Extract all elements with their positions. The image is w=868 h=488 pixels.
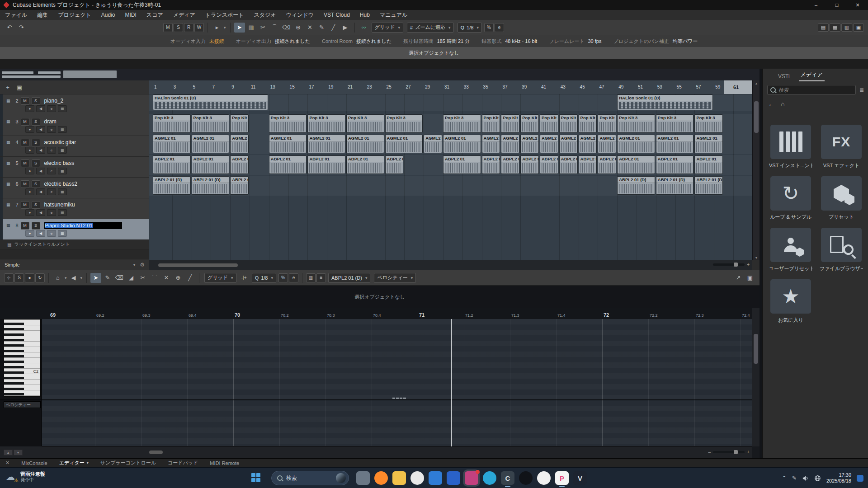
iterative-quantize-button[interactable]: % <box>484 23 494 32</box>
piano-keyboard[interactable]: C2 <box>4 319 41 397</box>
clip-dram[interactable]: Pop Kit 3 <box>501 114 519 133</box>
undo-button[interactable]: ↶ <box>4 23 15 33</box>
home-icon[interactable]: ⌂ <box>52 273 63 283</box>
clip-acoustic-gitar[interactable]: AGML2 01 <box>598 135 616 153</box>
clip-electric-bass[interactable]: ABPL2 01 <box>501 155 519 174</box>
trim-tool[interactable]: ◢ <box>126 273 137 283</box>
clip-electric-bass[interactable]: ABPL2 01 <box>385 155 404 174</box>
track-instrument-button[interactable]: ▦ <box>58 147 67 154</box>
clip-acoustic-gitar[interactable]: AGML2 01 <box>617 135 655 153</box>
track-list-empty-area[interactable] <box>0 249 149 259</box>
zoom-mode-dropdown[interactable]: #ズームに適応 <box>407 23 453 33</box>
mail-icon[interactable] <box>429 471 442 485</box>
clip-acoustic-gitar[interactable]: AGML2 01 <box>579 135 597 153</box>
open-in-window-icon[interactable]: ↗ <box>733 273 744 283</box>
track-edit-channel-button[interactable]: e <box>47 168 56 174</box>
independent-loop-button[interactable]: ↻ <box>35 273 45 282</box>
note-display[interactable]: C2 ベロシティー <box>0 319 752 446</box>
clip-acoustic-gitar[interactable]: AGML2 01 <box>192 135 230 153</box>
menu-item-midi[interactable]: MIDI <box>120 10 142 20</box>
clip-electric-bass[interactable]: ABPL2 01 <box>269 155 307 174</box>
quantize-dropdown[interactable]: Q1/8 <box>458 23 482 33</box>
feedback-caret-icon[interactable]: ▾ <box>80 276 83 280</box>
lane-piano-2[interactable]: HALion Sonic 01 (D)HALion Sonic 01 (D) <box>149 94 752 111</box>
menu-item-audio[interactable]: Audio <box>96 10 120 20</box>
track-instrument-button[interactable]: ▦ <box>58 188 67 195</box>
menu-item-file[interactable]: ファイル <box>0 10 32 20</box>
vertical-scrollbar[interactable]: ▲ ▼ <box>752 80 760 260</box>
clip-electric-bass[interactable]: ABPL2 01 <box>482 155 500 174</box>
track-name[interactable]: acoustic gitar <box>44 139 76 145</box>
clip-acoustic-gitar[interactable]: AGML2 01 <box>443 135 481 153</box>
clip-acoustic-gitar[interactable]: AGML2 01 <box>694 135 722 153</box>
autoscroll-button[interactable]: ▸ <box>212 23 222 33</box>
play-tool[interactable]: ▶ <box>340 23 351 33</box>
tab-vsti[interactable]: VSTi <box>776 72 792 81</box>
weather-widget[interactable]: ☁⚠ 雷雨注意報 発令中 <box>4 470 45 483</box>
clip-electric-bass[interactable]: ABPL2 01 <box>346 155 384 174</box>
track-name[interactable]: electric bass <box>44 160 75 166</box>
track-row-2[interactable]: ▦2MSpiano_2●◀e▦ <box>0 94 149 115</box>
project-cursor[interactable] <box>451 319 452 446</box>
clip-dram[interactable]: Pop Kit 3 <box>559 114 578 133</box>
scroll-right-icon[interactable]: ▼ <box>14 450 23 455</box>
clip-electric-bass[interactable]: ABPL2 01 <box>520 155 539 174</box>
track-mute-button[interactable]: M <box>21 180 29 188</box>
editor-grid-dropdown[interactable]: グリッド <box>204 273 236 283</box>
track-monitor-button[interactable]: ◀ <box>36 209 45 216</box>
track-solo-button[interactable]: S <box>32 97 40 105</box>
global-solo-button[interactable]: S <box>174 23 183 32</box>
track-name-edit-field[interactable]: Piapro Studio NT2 01 <box>44 222 122 229</box>
event-colors-button[interactable]: ▥ <box>306 273 316 282</box>
track-instrument-button[interactable]: ▦ <box>58 168 67 174</box>
tray-speaker-icon[interactable] <box>802 475 809 482</box>
media-tile-vst-instruments[interactable]: VST インスト...ント <box>769 125 812 169</box>
track-instrument-button[interactable]: ▦ <box>58 105 67 112</box>
tab-editor[interactable]: エディター <box>59 460 89 466</box>
lane-dram[interactable]: Pop Kit 3Pop Kit 3Pop Kit 3Pop Kit 3Pop … <box>149 114 752 134</box>
clip-electric-bass[interactable]: ABPL2 01 <box>656 155 694 174</box>
clip-electric-bass[interactable]: ABPL2 01 <box>153 155 191 174</box>
editor-hscroll-thumb[interactable] <box>149 450 163 454</box>
track-mute-button[interactable]: M <box>21 139 29 146</box>
track-record-arm-button[interactable]: ● <box>25 188 34 195</box>
track-monitor-button[interactable]: ◀ <box>36 105 45 112</box>
editor-vscroll-thumb[interactable] <box>754 334 758 364</box>
clip-dram[interactable]: Pop Kit 3 <box>694 114 722 133</box>
track-edit-channel-button[interactable]: e <box>47 126 56 133</box>
editor-horizontal-scrollbar[interactable]: ▲ ▼ – + <box>0 446 752 458</box>
redo-button[interactable]: ↷ <box>16 23 27 33</box>
preset-caret-icon[interactable]: ▾ <box>133 263 136 267</box>
editor-zoom-control[interactable]: – + <box>708 450 750 455</box>
tab-chord-pads[interactable]: コードパッド <box>168 460 198 466</box>
erase-tool[interactable]: ⌫ <box>281 23 292 33</box>
menu-item-score[interactable]: スコア <box>142 10 168 20</box>
track-mute-button[interactable]: M <box>21 201 29 209</box>
track-name[interactable]: piano_2 <box>44 98 64 104</box>
clip-electric-bass2[interactable]: ABPL2 01 (D) <box>153 176 191 195</box>
setup-icon[interactable]: ▣ <box>745 273 755 283</box>
tray-pen-icon[interactable]: ✎ <box>792 475 797 481</box>
draw-tool[interactable]: ✎ <box>102 273 113 283</box>
track-instrument-button[interactable]: ▦ <box>58 230 67 237</box>
snipping-icon[interactable] <box>465 471 478 485</box>
menu-item-media[interactable]: メディア <box>168 10 200 20</box>
home-caret-icon[interactable]: ▾ <box>65 276 67 280</box>
track-lanes[interactable]: HALion Sonic 01 (D)HALion Sonic 01 (D)Po… <box>149 94 752 260</box>
clip-electric-bass[interactable]: ABPL2 01 <box>230 155 249 174</box>
clip-electric-bass[interactable]: ABPL2 01 <box>540 155 558 174</box>
zoom-tool[interactable]: ⊕ <box>173 273 184 283</box>
folder-icon[interactable] <box>392 471 406 485</box>
scroll-left-icon[interactable]: ▲ <box>4 450 13 455</box>
start-button[interactable] <box>251 473 261 483</box>
scroll-up-icon[interactable]: ▲ <box>753 80 760 86</box>
clip-dram[interactable]: Pop Kit 3 <box>307 114 345 133</box>
zoom-out-icon[interactable]: – <box>708 450 711 455</box>
editor-vertical-scrollbar[interactable] <box>752 308 760 446</box>
vertical-scrollbar-thumb[interactable] <box>754 101 759 133</box>
track-mute-button[interactable]: M <box>21 97 29 105</box>
menu-item-window[interactable]: ウィンドウ <box>281 10 319 20</box>
glue-tool[interactable]: ⌒ <box>269 23 280 33</box>
media-tile-file-browser[interactable]: ファイルブラウザー <box>820 228 863 272</box>
taskbar-clock[interactable]: 17:30 2025/08/18 <box>826 472 851 484</box>
